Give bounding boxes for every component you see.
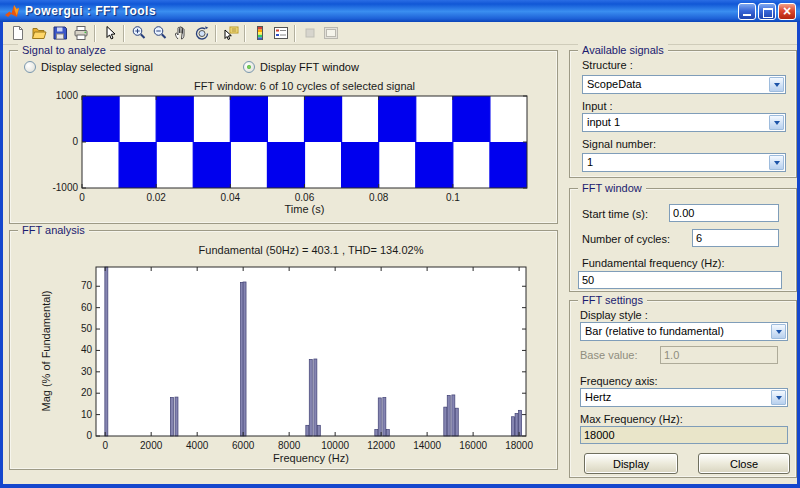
window-title: Powergui : FFT Tools (25, 4, 736, 18)
number-of-cycles-label: Number of cycles: (582, 233, 670, 245)
toolbar-separator (215, 25, 217, 42)
svg-text:0: 0 (72, 136, 78, 147)
close-window-button[interactable] (778, 3, 796, 20)
new-document-icon[interactable] (7, 23, 28, 43)
svg-text:4000: 4000 (186, 440, 209, 451)
toolbar-separator (123, 25, 125, 42)
svg-text:0.04: 0.04 (221, 192, 241, 203)
waveform-title: FFT window: 6 of 10 cycles of selected s… (82, 80, 527, 92)
print-icon[interactable] (70, 23, 91, 43)
signal-number-label: Signal number: (582, 138, 656, 150)
max-frequency-input (580, 426, 788, 444)
pan-hand-icon[interactable] (170, 23, 191, 43)
max-frequency-label: Max Frequency (Hz): (580, 413, 683, 425)
show-plot-tools-icon (320, 23, 341, 43)
svg-text:2000: 2000 (140, 440, 163, 451)
toolbar-separator (294, 25, 296, 42)
radio-display-fft-window[interactable]: Display FFT window (243, 61, 359, 73)
svg-text:1000: 1000 (56, 90, 79, 101)
svg-text:0: 0 (79, 192, 85, 203)
frequency-axis-label: Frequency axis: (580, 375, 658, 387)
fft-settings-title: FFT settings (578, 294, 647, 307)
base-value-label: Base value: (580, 349, 637, 361)
svg-text:18000: 18000 (505, 440, 533, 451)
fundamental-frequency-input[interactable] (578, 271, 782, 289)
radio-button-icon (24, 61, 36, 73)
fundamental-frequency-label: Fundamental frequency (Hz): (582, 257, 724, 269)
close-button[interactable]: Close (698, 453, 790, 474)
svg-text:14000: 14000 (413, 440, 441, 451)
svg-text:0: 0 (102, 440, 108, 451)
waveform-xlabel: Time (s) (82, 203, 527, 215)
fft-window-title: FFT window (578, 182, 646, 195)
signal-waveform-plot: 00.020.040.060.080.1-100001000 (10, 51, 559, 225)
chevron-down-icon[interactable] (769, 115, 784, 130)
fft-bar-plot: 0200040006000800010000120001400016000180… (10, 231, 559, 471)
chevron-down-icon[interactable] (771, 390, 786, 405)
svg-text:20: 20 (81, 387, 93, 398)
fft-analysis-panel: FFT analysis 020004000600080001000012000… (9, 230, 558, 470)
svg-text:0: 0 (86, 430, 92, 441)
open-file-icon[interactable] (28, 23, 49, 43)
fft-xlabel: Frequency (Hz) (96, 452, 526, 464)
title-bar: Powergui : FFT Tools (0, 0, 800, 22)
toolbar-separator (94, 25, 96, 42)
start-time-label: Start time (s): (582, 208, 648, 220)
figure-toolbar (3, 22, 797, 45)
chevron-down-icon[interactable] (769, 77, 784, 92)
svg-text:6000: 6000 (232, 440, 255, 451)
input-label: Input : (582, 100, 613, 112)
insert-colorbar-icon[interactable] (249, 23, 270, 43)
svg-text:50: 50 (81, 323, 93, 334)
brush-data-icon (299, 23, 320, 43)
chevron-down-icon[interactable] (769, 155, 784, 170)
structure-label: Structure : (582, 59, 633, 71)
display-style-dropdown[interactable]: Bar (relative to fundamental) (580, 322, 788, 341)
svg-text:0.1: 0.1 (446, 192, 460, 203)
svg-text:60: 60 (81, 302, 93, 313)
toolbar-separator (244, 25, 246, 42)
svg-text:-1000: -1000 (52, 182, 78, 193)
insert-legend-icon[interactable] (270, 23, 291, 43)
display-style-label: Display style : (580, 309, 648, 321)
svg-text:10: 10 (81, 409, 93, 420)
available-signals-panel: Available signals Structure : ScopeData … (569, 50, 797, 178)
selection-arrow-icon[interactable] (99, 23, 120, 43)
fft-settings-panel: FFT settings Display style : Bar (relati… (569, 300, 797, 478)
svg-text:8000: 8000 (278, 440, 301, 451)
svg-text:16000: 16000 (459, 440, 487, 451)
data-cursor-icon[interactable] (220, 23, 241, 43)
chevron-down-icon[interactable] (771, 324, 786, 339)
svg-text:30: 30 (81, 366, 93, 377)
available-signals-title: Available signals (578, 44, 668, 57)
maximize-button[interactable] (758, 3, 776, 20)
svg-text:12000: 12000 (367, 440, 395, 451)
save-icon[interactable] (49, 23, 70, 43)
frequency-axis-dropdown[interactable]: Hertz (580, 388, 788, 407)
svg-text:10000: 10000 (321, 440, 349, 451)
signal-number-dropdown[interactable]: 1 (582, 153, 786, 172)
svg-text:0.06: 0.06 (295, 192, 315, 203)
signal-to-analyze-panel: Signal to analyze 00.020.040.060.080.1-1… (9, 50, 558, 224)
radio-display-selected-signal[interactable]: Display selected signal (24, 61, 153, 73)
number-of-cycles-input[interactable] (692, 229, 779, 247)
base-value-input (660, 346, 778, 364)
svg-text:0.02: 0.02 (146, 192, 166, 203)
fft-ylabel: Mag (% of Fundamental) (40, 290, 52, 411)
input-dropdown[interactable]: input 1 (582, 113, 786, 132)
zoom-out-icon[interactable] (149, 23, 170, 43)
svg-text:0.08: 0.08 (369, 192, 389, 203)
rotate-3d-icon[interactable] (191, 23, 212, 43)
start-time-input[interactable] (669, 204, 779, 222)
zoom-in-icon[interactable] (128, 23, 149, 43)
svg-text:70: 70 (81, 280, 93, 291)
minimize-button[interactable] (738, 3, 756, 20)
powergui-fft-tools-window: Powergui : FFT Tools (0, 0, 800, 488)
display-button[interactable]: Display (584, 453, 678, 474)
svg-text:40: 40 (81, 344, 93, 355)
fft-title: Fundamental (50Hz) = 403.1 , THD= 134.02… (96, 244, 526, 256)
radio-button-selected-icon (243, 61, 255, 73)
matlab-logo-icon (4, 3, 20, 19)
fft-window-panel: FFT window Start time (s): Number of cyc… (569, 188, 797, 292)
structure-dropdown[interactable]: ScopeData (582, 75, 786, 94)
